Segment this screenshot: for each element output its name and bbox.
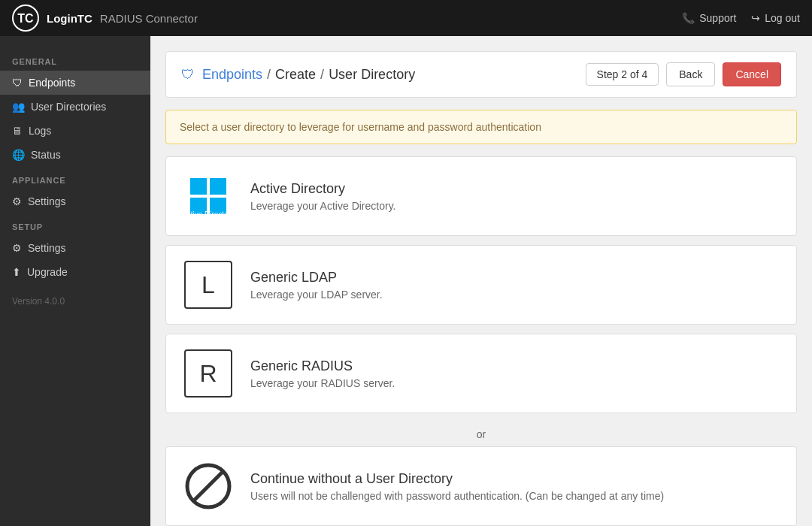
- logout-icon: ↪: [751, 12, 760, 24]
- breadcrumb-endpoints-link[interactable]: Endpoints: [202, 67, 262, 83]
- sidebar-item-settings-setup[interactable]: ⚙ Settings: [0, 236, 150, 260]
- navbar-links: 📞 Support ↪ Log out: [682, 12, 800, 24]
- svg-rect-3: [210, 178, 226, 195]
- breadcrumb-create: Create: [275, 67, 316, 83]
- sidebar-item-endpoints[interactable]: 🛡 Endpoints: [0, 71, 150, 95]
- generic-radius-icon: R: [184, 349, 232, 398]
- generic-ldap-icon: L: [184, 261, 232, 309]
- status-icon: 🌐: [12, 149, 25, 161]
- setup-section-label: SETUP: [0, 213, 150, 236]
- alert-message: Select a user directory to leverage for …: [165, 110, 797, 144]
- brand-name: LoginTC: [47, 12, 92, 25]
- generic-radius-card[interactable]: R Generic RADIUS Leverage your RADIUS se…: [165, 334, 797, 413]
- breadcrumb: 🛡 Endpoints / Create / User Directory: [181, 67, 586, 83]
- breadcrumb-user-directory: User Directory: [329, 67, 415, 83]
- cancel-button[interactable]: Cancel: [723, 62, 781, 86]
- breadcrumb-sep1: /: [267, 67, 271, 83]
- version-label: Version 4.0.0: [0, 284, 150, 319]
- generic-ldap-text: Generic LDAP Leverage your LDAP server.: [250, 270, 778, 301]
- no-directory-text: Continue without a User Directory Users …: [250, 471, 778, 502]
- general-section-label: GENERAL: [0, 48, 150, 71]
- gear-icon: ⚙: [12, 195, 22, 207]
- sidebar-item-logs[interactable]: 🖥 Logs: [0, 119, 150, 143]
- main-layout: GENERAL 🛡 Endpoints 👥 User Directories 🖥…: [0, 36, 812, 526]
- no-directory-desc: Users will not be challenged with passwo…: [250, 490, 778, 502]
- active-directory-card[interactable]: Active Directory Active Directory Levera…: [165, 156, 797, 236]
- sidebar-item-settings-appliance[interactable]: ⚙ Settings: [0, 189, 150, 213]
- generic-ldap-desc: Leverage your LDAP server.: [250, 289, 778, 301]
- or-divider: or: [165, 422, 797, 446]
- content-header: 🛡 Endpoints / Create / User Directory St…: [165, 51, 797, 98]
- no-directory-title: Continue without a User Directory: [250, 471, 778, 487]
- back-button[interactable]: Back: [666, 62, 715, 86]
- navbar: TC LoginTC RADIUS Connector 📞 Support ↪ …: [0, 0, 812, 36]
- generic-radius-text: Generic RADIUS Leverage your RADIUS serv…: [250, 358, 778, 389]
- no-directory-icon: [184, 462, 232, 510]
- app-name: RADIUS Connector: [100, 12, 198, 25]
- sidebar-item-user-directories[interactable]: 👥 User Directories: [0, 95, 150, 119]
- breadcrumb-sep2: /: [320, 67, 324, 83]
- generic-radius-title: Generic RADIUS: [250, 358, 778, 374]
- shield-icon: 🛡: [12, 77, 23, 89]
- step-badge: Step 2 of 4: [586, 63, 659, 86]
- shield-breadcrumb-icon: 🛡: [181, 67, 195, 83]
- phone-icon: 📞: [682, 12, 695, 24]
- active-directory-icon: Active Directory: [184, 172, 232, 220]
- support-link[interactable]: 📞 Support: [682, 12, 736, 24]
- gear-setup-icon: ⚙: [12, 242, 22, 254]
- no-directory-card[interactable]: Continue without a User Directory Users …: [165, 446, 797, 526]
- active-directory-text: Active Directory Leverage your Active Di…: [250, 181, 778, 212]
- users-icon: 👥: [12, 101, 25, 113]
- generic-ldap-card[interactable]: L Generic LDAP Leverage your LDAP server…: [165, 245, 797, 325]
- generic-ldap-title: Generic LDAP: [250, 270, 778, 286]
- appliance-section-label: APPLIANCE: [0, 167, 150, 189]
- sidebar-item-upgrade[interactable]: ⬆ Upgrade: [0, 260, 150, 284]
- content-area: 🛡 Endpoints / Create / User Directory St…: [150, 36, 812, 526]
- active-directory-desc: Leverage your Active Directory.: [250, 200, 778, 212]
- sidebar-item-status[interactable]: 🌐 Status: [0, 143, 150, 167]
- sidebar: GENERAL 🛡 Endpoints 👥 User Directories 🖥…: [0, 36, 150, 526]
- generic-radius-desc: Leverage your RADIUS server.: [250, 377, 778, 389]
- brand: TC LoginTC RADIUS Connector: [12, 5, 198, 32]
- header-actions: Step 2 of 4 Back Cancel: [586, 62, 781, 86]
- logintc-logo: TC: [12, 5, 39, 32]
- svg-text:TC: TC: [17, 12, 34, 25]
- logout-link[interactable]: ↪ Log out: [751, 12, 800, 24]
- upgrade-icon: ⬆: [12, 266, 21, 278]
- active-directory-title: Active Directory: [250, 181, 778, 197]
- logs-icon: 🖥: [12, 125, 23, 137]
- svg-text:Active Directory: Active Directory: [189, 210, 228, 216]
- svg-line-8: [193, 471, 223, 501]
- radius-letter-icon: R: [184, 349, 232, 398]
- ldap-letter-icon: L: [184, 261, 232, 309]
- svg-rect-2: [190, 178, 207, 195]
